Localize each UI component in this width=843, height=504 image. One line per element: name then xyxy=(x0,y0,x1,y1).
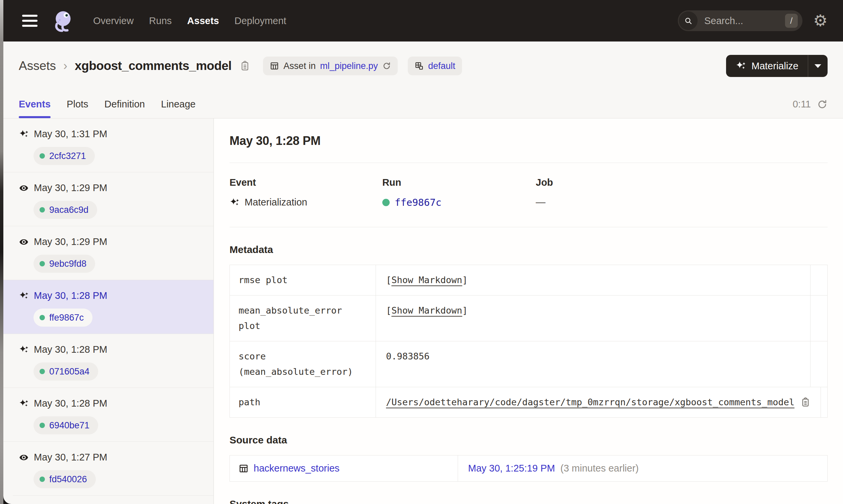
search-input[interactable]: Search... / xyxy=(678,11,803,31)
run-id-link[interactable]: ffe9867c xyxy=(395,197,442,208)
tab-lineage[interactable]: Lineage xyxy=(161,90,196,118)
event-list-item[interactable]: May 30, 1:29 PM 9aca6c9d xyxy=(3,172,213,226)
materialize-button[interactable]: Materialize xyxy=(726,55,808,77)
code-location-icon xyxy=(270,61,279,71)
run-id-badge[interactable]: 071605a4 xyxy=(34,362,98,380)
run-id-link[interactable]: 071605a4 xyxy=(49,366,89,377)
page-title: xgboost_comments_model xyxy=(75,59,231,73)
run-id-badge[interactable]: 2cfc3271 xyxy=(34,147,95,165)
metadata-value: [Show Markdown] xyxy=(376,265,810,295)
asset-definition-badge: Asset in ml_pipeline.py xyxy=(263,57,398,75)
run-id-badge[interactable]: 9aca6c9d xyxy=(34,201,97,219)
tab-plots[interactable]: Plots xyxy=(67,90,88,118)
refresh-timer: 0:11 xyxy=(793,99,828,110)
source-time-note: (3 minutes earlier) xyxy=(561,463,639,474)
event-timestamp: May 30, 1:28 PM xyxy=(34,398,107,409)
tabs: EventsPlotsDefinitionLineage xyxy=(19,90,212,118)
nav-item[interactable]: Overview xyxy=(93,15,134,26)
reload-location-icon[interactable] xyxy=(382,61,391,70)
metadata-row: path /Users/odetteharary/code/dagster/tm… xyxy=(230,387,827,417)
asset-table-icon xyxy=(239,464,248,473)
run-id-badge[interactable]: ffe9867c xyxy=(34,309,92,327)
materialization-icon xyxy=(19,291,29,301)
event-row: May 30, 1:29 PM xyxy=(19,236,213,247)
breadcrumb-assets-link[interactable]: Assets xyxy=(19,59,56,73)
materialize-dropdown-button[interactable] xyxy=(808,55,828,77)
refresh-icon[interactable] xyxy=(817,99,828,110)
event-list-item[interactable]: May 30, 1:29 PM 9ebc9fd8 xyxy=(3,226,213,280)
run-id-badge[interactable]: 9ebc9fd8 xyxy=(34,255,95,273)
event-timestamp: May 30, 1:28 PM xyxy=(34,290,107,301)
metadata-text-value: 0.983856 xyxy=(386,349,430,364)
metadata-key: path xyxy=(230,387,376,417)
metadata-spare-cell xyxy=(810,295,827,341)
observation-icon xyxy=(19,183,29,193)
screen-edge-artifact xyxy=(0,0,3,504)
page-header: Assets › xgboost_comments_model Asset in… xyxy=(3,41,843,90)
run-id-link[interactable]: 9aca6c9d xyxy=(49,205,88,215)
path-link[interactable]: /Users/odetteharary/code/dagster/tmp_0mz… xyxy=(386,395,794,410)
search-icon xyxy=(679,12,698,30)
run-id-link[interactable]: ffe9867c xyxy=(49,312,84,323)
event-timestamp: May 30, 1:28 PM xyxy=(34,344,107,355)
source-timestamp-link[interactable]: May 30, 1:25:19 PM xyxy=(468,463,555,474)
top-navbar: OverviewRunsAssetsDeployment Search... /… xyxy=(0,0,843,41)
event-list-item[interactable]: May 30, 1:27 PM fd540026 xyxy=(3,442,213,496)
event-list-item[interactable]: May 30, 1:28 PM ffe9867c xyxy=(3,280,213,334)
materialize-split-button: Materialize xyxy=(726,55,828,77)
metadata-spare-cell xyxy=(810,265,827,295)
run-status-dot xyxy=(39,207,45,213)
show-markdown-link[interactable]: [Show Markdown] xyxy=(386,303,468,318)
source-asset-link[interactable]: hackernews_stories xyxy=(254,463,340,474)
asset-group-link[interactable]: default xyxy=(428,61,455,71)
asset-badge-prefix: Asset in xyxy=(283,61,316,71)
chevron-down-icon xyxy=(814,64,821,68)
event-list-item[interactable]: May 30, 1:28 PM 071605a4 xyxy=(3,334,213,388)
window-corner-artifact xyxy=(3,494,13,504)
run-status-dot xyxy=(39,423,45,428)
nav-item[interactable]: Assets xyxy=(187,15,219,26)
job-label: Job xyxy=(536,177,828,188)
nav-links: OverviewRunsAssetsDeployment xyxy=(93,15,286,26)
menu-icon[interactable] xyxy=(22,15,37,27)
search-placeholder: Search... xyxy=(704,15,743,26)
copy-icon[interactable] xyxy=(801,397,810,408)
run-id-link[interactable]: 9ebc9fd8 xyxy=(49,259,86,269)
divider xyxy=(229,163,828,163)
event-list-item[interactable]: May 30, 1:28 PM 6940be71 xyxy=(3,388,213,442)
tab-events[interactable]: Events xyxy=(19,90,51,118)
search-shortcut-key: / xyxy=(785,14,798,28)
run-status-dot xyxy=(39,261,45,266)
event-row: May 30, 1:28 PM xyxy=(19,398,213,409)
refresh-countdown: 0:11 xyxy=(793,99,811,110)
run-id-link[interactable]: fd540026 xyxy=(49,474,87,485)
metadata-value: 0.983856 xyxy=(376,341,810,387)
asset-group-badge: default xyxy=(408,57,462,75)
run-id-link[interactable]: 6940be71 xyxy=(49,420,89,431)
event-list-item[interactable]: May 30, 1:31 PM 2cfc3271 xyxy=(3,119,213,172)
run-id-badge[interactable]: fd540026 xyxy=(34,470,96,488)
run-status-dot xyxy=(39,315,45,320)
nav-item[interactable]: Deployment xyxy=(235,15,287,26)
materialization-icon xyxy=(229,197,240,208)
nav-item[interactable]: Runs xyxy=(149,15,172,26)
run-label: Run xyxy=(382,177,536,188)
event-label: Event xyxy=(229,177,382,188)
dagster-app-window: OverviewRunsAssetsDeployment Search... /… xyxy=(0,0,843,504)
metadata-table: rmse plot [Show Markdown] mean_absolute_… xyxy=(229,265,828,418)
code-location-link[interactable]: ml_pipeline.py xyxy=(320,61,378,71)
dagster-logo-icon[interactable] xyxy=(51,8,76,34)
metadata-spare-cell xyxy=(821,387,838,417)
metadata-key: rmse plot xyxy=(230,265,376,295)
metadata-row: mean_absolute_error plot [Show Markdown] xyxy=(230,295,827,341)
run-id-badge[interactable]: 6940be71 xyxy=(34,416,98,434)
source-data-heading: Source data xyxy=(229,434,828,446)
show-markdown-link[interactable]: [Show Markdown] xyxy=(386,272,468,288)
run-id-link[interactable]: 2cfc3271 xyxy=(49,151,86,161)
copy-asset-name-icon[interactable] xyxy=(240,60,250,72)
tab-definition[interactable]: Definition xyxy=(105,90,145,118)
event-timestamp: May 30, 1:29 PM xyxy=(34,236,107,247)
gear-icon[interactable]: ⚙ xyxy=(813,13,828,29)
event-row: May 30, 1:29 PM xyxy=(19,182,213,194)
observation-icon xyxy=(19,452,29,463)
